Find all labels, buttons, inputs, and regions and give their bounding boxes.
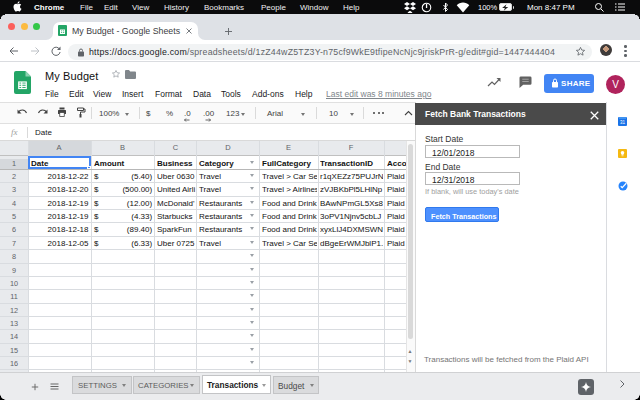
svg-text:31: 31 [620,120,626,125]
